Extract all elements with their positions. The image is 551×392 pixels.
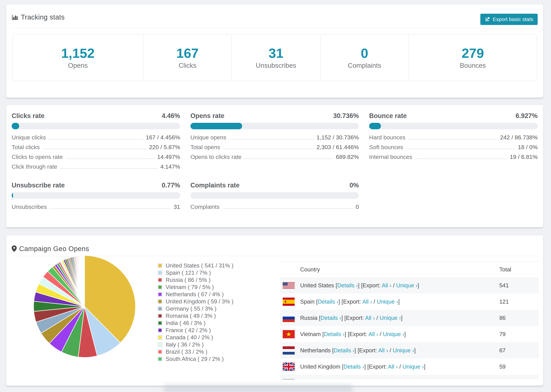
rate-block-opens-rate: Opens rate 30.736% Unique opens 1,152 / …	[191, 112, 359, 173]
rate-title: Opens rate	[191, 112, 225, 119]
export-all-link[interactable]: All ›	[388, 364, 398, 370]
details-link[interactable]: Details ›	[337, 282, 358, 288]
vn-flag-icon	[283, 330, 295, 338]
export-label: Export:	[349, 331, 367, 337]
rate-row: Total opens 2,303 / 61.446%	[191, 144, 359, 154]
export-all-link[interactable]: All ›	[378, 347, 388, 354]
country-total: 121	[499, 298, 539, 305]
dotted-leader	[415, 159, 507, 159]
total-column-header: Total	[499, 266, 539, 273]
export-label: Export:	[346, 315, 364, 321]
dotted-leader	[49, 139, 143, 139]
stat-label: Opens	[68, 62, 88, 69]
ru-flag-icon	[283, 314, 295, 322]
export-unique-link[interactable]: Unique ›	[380, 315, 401, 321]
rate-row: Unsubscribes 31	[12, 203, 180, 213]
rate-percent: 30.736%	[333, 112, 359, 119]
summary-stat-complaints: 0 Complaints	[320, 35, 409, 81]
legend-label: South Africa ( 29 / 2% )	[166, 356, 224, 362]
table-row-us: United States [Details ›] [Export: All ›…	[280, 277, 539, 294]
legend-swatch	[158, 292, 162, 297]
table-row-nl: Netherlands [Details ›] [Export: All › /…	[280, 342, 539, 358]
export-all-link[interactable]: All ›	[382, 282, 391, 288]
details-link[interactable]: Details ›	[334, 347, 354, 354]
rate-row: Hard bounces 242 / 86.738%	[369, 134, 538, 144]
rate-percent: 0%	[349, 182, 359, 189]
rates-card: Clicks rate 4.46% Unique clicks 167 / 4.…	[6, 105, 544, 227]
table-header: Country Total	[280, 262, 539, 277]
legend-swatch	[158, 321, 162, 325]
page-title: Tracking stats	[21, 13, 65, 21]
details-link[interactable]: Details ›	[343, 364, 364, 370]
country-total: 541	[499, 282, 539, 289]
tracking-stats-header: Tracking stats	[12, 13, 65, 21]
legend-swatch	[158, 285, 162, 289]
progress-bar	[12, 123, 180, 129]
legend-item: Russia ( 86 / 5% )	[158, 276, 233, 284]
table-row-vn: Vietnam [Details ›] [Export: All › / Uni…	[280, 326, 539, 342]
legend-label: United States ( 541 / 31% )	[166, 262, 233, 269]
rate-block-clicks-rate: Clicks rate 4.46% Unique clicks 167 / 4.…	[12, 112, 180, 173]
dotted-leader	[229, 139, 314, 139]
summary-stat-unsubscribes: 31 Unsubscribes	[232, 35, 320, 81]
legend-label: United Kingdom ( 59 / 3% )	[166, 298, 233, 305]
rate-title: Clicks rate	[12, 112, 44, 119]
export-unique-link[interactable]: Unique ›	[377, 298, 398, 305]
details-link[interactable]: Details ›	[318, 298, 339, 305]
export-unique-link[interactable]: Unique ›	[383, 331, 404, 337]
export-all-link[interactable]: All ›	[362, 298, 372, 305]
export-basic-stats-button[interactable]: Export basic stats	[480, 14, 538, 25]
progress-bar	[191, 123, 359, 129]
legend-label: Spain ( 121 / 7% )	[166, 270, 211, 276]
legend-swatch	[158, 350, 162, 354]
legend-swatch	[158, 343, 162, 347]
rate-row: Unique clicks 167 / 4.456%	[12, 134, 180, 144]
export-label: Export:	[363, 282, 381, 288]
legend-swatch	[158, 263, 162, 268]
rate-row: Internal bounces 19 / 6.81%	[369, 154, 538, 163]
stat-value: 279	[462, 46, 484, 60]
es-flag-icon	[283, 298, 295, 306]
legend-label: India ( 46 / 3% )	[166, 320, 205, 326]
details-link[interactable]: Details ›	[324, 331, 345, 337]
export-unique-link[interactable]: Unique ›	[396, 282, 417, 288]
dotted-leader	[244, 159, 333, 159]
country-name: Russia	[300, 315, 318, 321]
stat-value: 167	[177, 46, 199, 60]
rate-percent: 0.77%	[162, 182, 180, 189]
progress-bar	[369, 123, 538, 129]
country-total: 67	[499, 347, 539, 354]
rate-row: Complaints 0	[191, 203, 359, 213]
rate-row: Total clicks 220 / 5.87%	[12, 144, 180, 154]
export-all-link[interactable]: All ›	[365, 315, 375, 321]
country-name: Spain	[300, 298, 315, 305]
export-unique-link[interactable]: Unique ›	[403, 364, 424, 370]
campaign-geo-opens-card: Campaign Geo Opens United States ( 541 /…	[6, 235, 544, 386]
dotted-leader	[42, 149, 146, 149]
legend-swatch	[158, 271, 162, 275]
details-link[interactable]: Details ›	[320, 315, 341, 321]
legend-item: Brazil ( 33 / 2% )	[158, 348, 233, 355]
dotted-leader	[222, 209, 353, 209]
export-all-link[interactable]: All ›	[368, 331, 378, 337]
de-flag-icon	[283, 379, 295, 379]
dotted-leader	[223, 149, 314, 149]
legend-item: Canada ( 40 / 2% )	[158, 334, 233, 341]
legend-label: Brazil ( 33 / 2% )	[166, 349, 207, 355]
legend-swatch	[158, 307, 162, 311]
stat-value: 1,152	[61, 46, 94, 60]
legend-item: United States ( 541 / 31% )	[158, 262, 233, 269]
export-unique-link[interactable]: Unique ›	[393, 347, 414, 354]
summary-stat-clicks: 167 Clicks	[143, 35, 232, 81]
stat-label: Bounces	[460, 62, 486, 69]
rate-block-unsubscribe-rate: Unsubscribe rate 0.77% Unsubscribes 31	[12, 182, 180, 213]
rate-row: Click through rate 4.147%	[12, 163, 180, 173]
table-row-de: Germany [Details ›] [Export: All › / Uni…	[280, 375, 539, 379]
legend-item: Spain ( 121 / 7% )	[158, 269, 233, 276]
dotted-leader	[60, 168, 158, 169]
dotted-leader	[408, 139, 497, 139]
geo-header: Campaign Geo Opens	[12, 245, 89, 252]
export-icon	[485, 17, 490, 22]
legend-label: Vietnam ( 79 / 5% )	[166, 284, 214, 290]
rate-row: Unique opens 1,152 / 30.736%	[191, 134, 359, 144]
